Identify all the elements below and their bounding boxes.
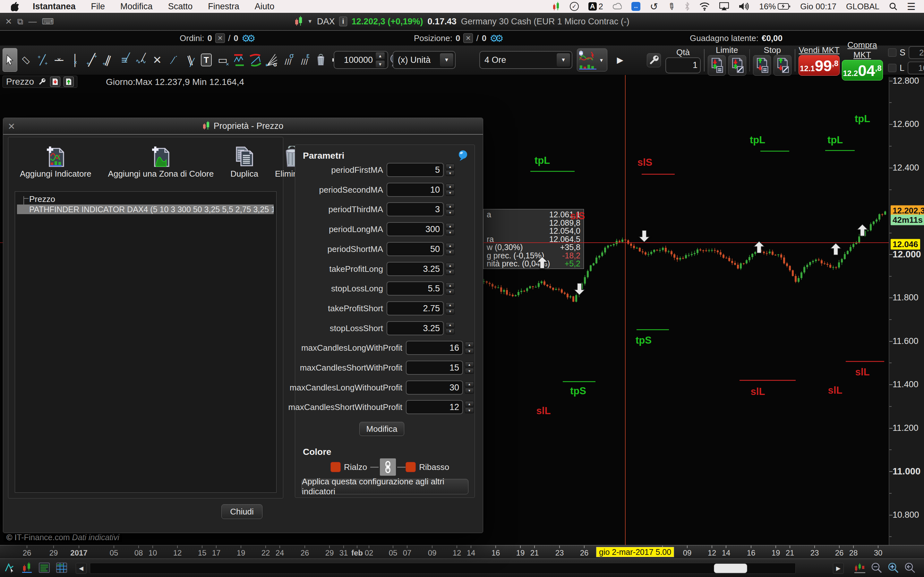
stop-order-button-2[interactable]: [774, 55, 792, 76]
buy-signal-doc-icon[interactable]: [63, 77, 74, 87]
sell-signal-doc-icon[interactable]: [50, 77, 60, 87]
time-machine-icon[interactable]: ↺: [650, 1, 658, 12]
symbol-dropdown-arrow[interactable]: ▼: [307, 19, 312, 24]
limit-checkbox[interactable]: [888, 64, 897, 72]
info-icon[interactable]: i: [339, 17, 347, 26]
cancel-orders-icon[interactable]: ✕: [215, 33, 225, 43]
rectangle-icon[interactable]: ▭✕: [215, 48, 230, 72]
param-spin-down-periodSecondMA[interactable]: ▼: [446, 190, 455, 196]
teamviewer-icon[interactable]: ↔: [632, 2, 640, 11]
add-indicator-button[interactable]: Aggiungi Indicatore: [11, 146, 100, 179]
angle-lines-icon[interactable]: ∥╱: [183, 48, 197, 72]
menu-item-file[interactable]: File: [83, 2, 113, 11]
zigzag-icon[interactable]: ∿∿╱: [134, 48, 148, 72]
compra-mkt-button[interactable]: 12.204,8: [842, 60, 883, 81]
chart-scrollbar-thumb[interactable]: [714, 564, 747, 573]
ruler-icon[interactable]: ▭: [19, 48, 34, 72]
link-colors-toggle[interactable]: [380, 458, 396, 476]
param-input-takeProfitShort[interactable]: 2.75: [387, 301, 444, 316]
ordini-gears-icon[interactable]: ⚙⚙: [242, 33, 252, 44]
vendi-mkt-button[interactable]: 12.199,8: [798, 55, 840, 76]
fan-icon[interactable]: G: [264, 48, 279, 72]
minimize-window-icon[interactable]: ―: [28, 17, 37, 27]
menu-item-aiuto[interactable]: Aiuto: [247, 2, 282, 11]
param-spin-down-takeProfitShort[interactable]: ▼: [446, 309, 455, 314]
param-input-periodFirstMA[interactable]: 5: [387, 163, 444, 177]
spotlight-search-icon[interactable]: [889, 2, 897, 11]
param-spin-up-periodFirstMA[interactable]: ▲: [446, 164, 455, 169]
pitchfork-icon[interactable]: [248, 48, 263, 72]
param-spin-up-periodLongMA[interactable]: ▲: [446, 223, 455, 229]
param-spin-up-maxCandlesShortWithoutProfit[interactable]: ▲: [465, 401, 474, 407]
menu-app-name[interactable]: Istantanea: [25, 0, 83, 13]
param-input-maxCandlesShortWithoutProfit[interactable]: 12: [406, 400, 463, 414]
price-axis[interactable]: 12.80012.60012.40012.00011.80011.60011.4…: [889, 77, 924, 545]
param-spin-up-maxCandlesShortWithProfit[interactable]: ▲: [465, 362, 474, 367]
check-circle-status-icon[interactable]: ✓: [570, 2, 579, 11]
param-spin-down-periodFirstMA[interactable]: ▼: [446, 170, 455, 176]
input-source-label[interactable]: GLOBAL: [846, 2, 879, 11]
menu-item-modifica[interactable]: Modifica: [113, 2, 160, 11]
notification-center-icon[interactable]: ☰: [907, 1, 916, 12]
menu-clock[interactable]: Gio 00:17: [800, 2, 837, 11]
chart-type-dropdown-icon[interactable]: ▼: [597, 57, 606, 63]
stop-checkbox[interactable]: [888, 48, 897, 57]
param-input-maxCandlesLongWithoutProfit[interactable]: 30: [406, 380, 463, 395]
trash-icon[interactable]: [313, 48, 328, 72]
dialog-close-icon[interactable]: ✕: [8, 121, 15, 132]
param-spin-down-maxCandlesLongWithoutProfit[interactable]: ▼: [465, 388, 474, 394]
volume-up-icon[interactable]: ▲: [375, 52, 385, 60]
param-spin-down-periodThirdMA[interactable]: ▼: [446, 210, 455, 215]
chart-type-button[interactable]: ▼: [577, 48, 607, 71]
s-value-input[interactable]: 24: [909, 46, 924, 59]
ribasso-color-swatch[interactable]: [405, 462, 416, 472]
param-spin-down-takeProfitLong[interactable]: ▼: [446, 269, 455, 275]
zoom-out-icon[interactable]: [870, 561, 883, 574]
scroll-right-button[interactable]: ▶: [833, 563, 844, 574]
unit-select[interactable]: (x) Unità ▼: [393, 51, 456, 69]
rialzo-color-swatch[interactable]: [330, 462, 341, 472]
apple-menu-icon[interactable]: [11, 2, 19, 11]
volume-icon[interactable]: [738, 2, 750, 11]
grid-panel-icon[interactable]: [55, 561, 68, 574]
param-input-maxCandlesLongWithProfit[interactable]: 16: [406, 341, 463, 355]
battery-indicator[interactable]: 16%: [759, 2, 790, 11]
param-spin-down-maxCandlesShortWithoutProfit[interactable]: ▼: [465, 408, 474, 413]
param-spin-up-periodShortMA[interactable]: ▲: [446, 243, 455, 249]
help-bubble-icon[interactable]: [457, 150, 469, 161]
timeframe-select[interactable]: 4 Ore ▼: [479, 51, 572, 69]
menu-item-finestra[interactable]: Finestra: [200, 2, 247, 11]
close-window-icon[interactable]: ✕: [5, 17, 12, 27]
limite-order-button-1[interactable]: [708, 55, 726, 76]
param-spin-up-stopLossShort[interactable]: ▲: [446, 322, 455, 328]
epsilon-lines-icon[interactable]: ///ε: [297, 48, 312, 72]
price-settings-wrench-icon[interactable]: [37, 77, 47, 87]
creative-cloud-icon[interactable]: [613, 3, 622, 10]
candle-mode-icon[interactable]: [21, 561, 33, 574]
tree-item-prezzo[interactable]: Prezzo: [29, 194, 55, 204]
param-spin-down-periodShortMA[interactable]: ▼: [446, 250, 455, 255]
qta-input[interactable]: 1: [666, 57, 701, 73]
parallel-lines-icon[interactable]: ∥+: [101, 48, 115, 72]
param-input-stopLossLong[interactable]: 5.5: [387, 282, 444, 295]
param-input-maxCandlesShortWithProfit[interactable]: 15: [406, 361, 463, 375]
stock-app-status-icon[interactable]: [552, 2, 560, 11]
param-spin-down-stopLossShort[interactable]: ▼: [446, 329, 455, 334]
zoom-fit-icon[interactable]: [903, 561, 916, 574]
param-input-stopLossShort[interactable]: 3.25: [387, 321, 444, 335]
toolbar-expand-icon[interactable]: ▶: [617, 55, 624, 65]
scroll-left-button[interactable]: ◀: [76, 563, 87, 574]
cursor-icon[interactable]: [3, 48, 17, 72]
param-input-periodShortMA[interactable]: 50: [387, 242, 444, 256]
apply-config-button[interactable]: Applica questa configurazione agli altri…: [302, 479, 468, 494]
wifi-icon[interactable]: [699, 2, 710, 11]
add-color-zone-button[interactable]: Aggiungi una Zona di Colore: [100, 146, 222, 179]
volume-down-icon[interactable]: ▼: [375, 60, 385, 68]
param-spin-down-maxCandlesLongWithProfit[interactable]: ▼: [465, 348, 474, 354]
watchlist-panel-icon[interactable]: [38, 561, 51, 574]
mini-chart-icon[interactable]: [853, 561, 866, 574]
dialog-title-bar[interactable]: ✕ Proprietà - Prezzo: [3, 118, 483, 135]
keyboard-icon[interactable]: ⌨: [42, 17, 54, 27]
param-spin-up-takeProfitLong[interactable]: ▲: [446, 263, 455, 269]
unit-dropdown-icon[interactable]: ▼: [439, 53, 454, 67]
